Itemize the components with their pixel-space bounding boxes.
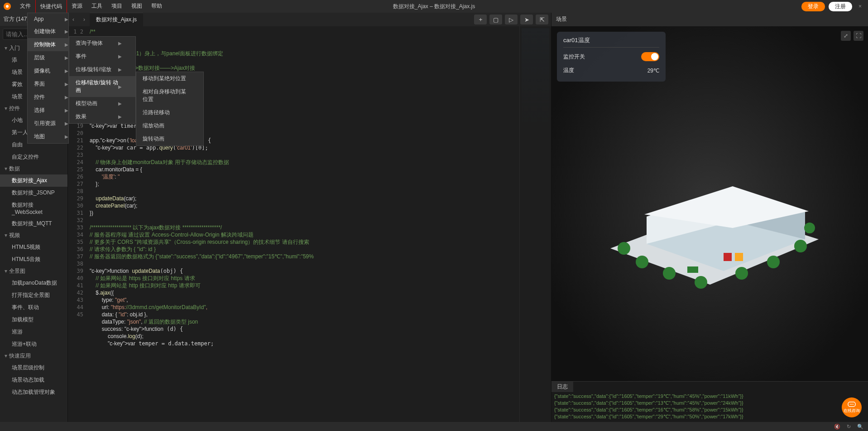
side-item-巡游+联动[interactable]: 巡游+联动 xyxy=(0,338,67,350)
new-button-icon[interactable]: ＋ xyxy=(474,15,487,24)
send-button-icon[interactable]: ➤ xyxy=(520,15,533,24)
side-item-HTML5音频[interactable]: HTML5音频 xyxy=(0,253,67,266)
dropdown-level3: 移动到某绝对位置相对自身移动到某位置沿路径移动缩放动画旋转动画 xyxy=(136,72,204,146)
status-volume-icon[interactable]: 🔇 xyxy=(834,424,840,430)
menu-item-移动到某绝对位置[interactable]: 移动到某绝对位置 xyxy=(136,72,203,85)
menu-项目[interactable]: 项目 xyxy=(107,0,127,14)
save-button-icon[interactable]: ▢ xyxy=(489,15,502,24)
menu-item-位移/旋转/缩放[interactable]: 位移/旋转/缩放▶ xyxy=(69,63,135,76)
scene-header: 场景 xyxy=(551,13,868,26)
svg-point-9 xyxy=(695,276,707,289)
minimap[interactable] xyxy=(519,26,551,422)
run-button-icon[interactable]: ▷ xyxy=(505,15,518,24)
svg-rect-14 xyxy=(724,253,732,261)
menu-快捷代码[interactable]: 快捷代码 xyxy=(35,0,67,14)
monitor-toggle[interactable] xyxy=(641,52,659,61)
side-group-全景图[interactable]: ▾全景图 xyxy=(0,266,67,277)
menu-item-模型动画[interactable]: 模型动画▶ xyxy=(69,97,135,110)
register-button[interactable]: 注册 xyxy=(829,2,852,11)
side-item-动态加载管理对象[interactable]: 动态加载管理对象 xyxy=(0,386,67,398)
dropdown-level1: App▶创建物体▶控制物体▶层级▶摄像机▶界面▶控件▶选择▶引用资源▶地图▶ xyxy=(27,13,69,144)
hud-temp-label: 温度 xyxy=(563,67,574,74)
hud-temp-value: 29℃ xyxy=(647,68,659,74)
menu-item-效果[interactable]: 效果▶ xyxy=(69,110,135,123)
svg-rect-15 xyxy=(735,253,743,261)
menu-视图[interactable]: 视图 xyxy=(127,0,147,14)
menubar: 文件快捷代码资源工具项目视图帮助 数据对接_Ajax – 数据对接_Ajax.j… xyxy=(0,0,868,13)
side-item-巡游[interactable]: 巡游 xyxy=(0,326,67,338)
menu-item-App[interactable]: App▶ xyxy=(28,13,82,25)
svg-point-6 xyxy=(618,242,630,255)
side-item-事件、联动[interactable]: 事件、联动 xyxy=(0,301,67,314)
log-line: {"state":"success","data":{"id":"1605","… xyxy=(554,413,865,420)
side-item-加载模型[interactable]: 加载模型 xyxy=(0,314,67,326)
side-item-数据对接_MQTT[interactable]: 数据对接_MQTT xyxy=(0,218,67,230)
log-line: {"state":"success","data":{"id":"1605","… xyxy=(554,407,865,413)
hud-title: car01温度 xyxy=(563,36,659,44)
side-item-数据对接_Ajax[interactable]: 数据对接_Ajax xyxy=(0,174,67,187)
svg-point-10 xyxy=(735,267,748,280)
menu-item-相对自身移动到某位置[interactable]: 相对自身移动到某位置 xyxy=(136,85,203,106)
expand-icon[interactable]: ⤢ xyxy=(841,31,851,41)
menu-item-地图[interactable]: 地图▶ xyxy=(28,130,82,143)
svg-point-11 xyxy=(767,256,780,268)
log-tab[interactable]: 日志 xyxy=(551,382,573,392)
menu-item-沿路径移动[interactable]: 沿路径移动 xyxy=(136,106,203,119)
side-item-数据对接_JSONP[interactable]: 数据对接_JSONP xyxy=(0,187,67,199)
menu-item-位移/缩放/旋转 动画[interactable]: 位移/缩放/旋转 动画▶ xyxy=(69,76,135,97)
statusbar: 🔇 ↻ 🔍 xyxy=(0,422,868,431)
side-group-快速应用[interactable]: ▾快速应用 xyxy=(0,350,67,362)
side-item-HTML5视频[interactable]: HTML5视频 xyxy=(0,241,67,253)
menu-文件[interactable]: 文件 xyxy=(15,0,35,14)
fullscreen-icon[interactable]: ⛶ xyxy=(854,31,863,41)
menu-item-缩放动画[interactable]: 缩放动画 xyxy=(136,119,203,132)
svg-point-19 xyxy=(851,404,852,405)
window-title: 数据对接_Ajax – 数据对接_Ajax.js xyxy=(393,3,475,10)
svg-point-20 xyxy=(853,404,854,405)
warehouse-graphic xyxy=(592,131,828,294)
share-button-icon[interactable]: ⇱ xyxy=(536,15,548,24)
login-button[interactable]: 登录 xyxy=(801,2,825,11)
status-search-icon[interactable]: 🔍 xyxy=(857,424,863,430)
svg-point-8 xyxy=(663,267,676,280)
menu-资源[interactable]: 资源 xyxy=(67,0,87,14)
svg-point-7 xyxy=(636,256,648,268)
side-group-数据[interactable]: ▾数据 xyxy=(0,163,67,174)
dropdown-level2: 查询子物体▶事件▶位移/旋转/缩放▶位移/缩放/旋转 动画▶模型动画▶效果▶ xyxy=(69,36,136,124)
log-line: {"state":"success","data":{"id":"1605","… xyxy=(554,393,865,400)
svg-point-18 xyxy=(850,404,851,405)
svg-point-0 xyxy=(6,5,9,8)
side-item-加载panoData数据[interactable]: 加载panoData数据 xyxy=(0,277,67,289)
chat-support-button[interactable]: 在线咨询 xyxy=(842,397,862,417)
sidebar-header-label: 官方 (147) xyxy=(4,15,29,23)
side-item-数据对接_WebSocket[interactable]: 数据对接_WebSocket xyxy=(0,199,67,218)
side-item-打开指定全景图[interactable]: 打开指定全景图 xyxy=(0,289,67,301)
menu-帮助[interactable]: 帮助 xyxy=(147,0,167,14)
scene-3d-view[interactable]: car01温度 监控开关 温度 29℃ xyxy=(551,26,868,381)
menu-item-事件[interactable]: 事件▶ xyxy=(69,50,135,63)
menu-工具[interactable]: 工具 xyxy=(87,0,107,14)
svg-rect-16 xyxy=(687,266,698,273)
editor-tab[interactable]: 数据对接_Ajax.js xyxy=(90,13,143,26)
status-refresh-icon[interactable]: ↻ xyxy=(847,424,851,430)
close-icon[interactable]: × xyxy=(856,3,864,10)
log-panel: 日志 {"state":"success","data":{"id":"1605… xyxy=(551,381,868,422)
app-logo-icon xyxy=(4,3,11,10)
side-group-视频[interactable]: ▾视频 xyxy=(0,230,67,241)
chat-label: 在线咨询 xyxy=(844,408,860,414)
scene-panel: 场景 car01温度 监控开关 温度 29℃ xyxy=(551,13,868,422)
log-line: {"state":"success","data":{"id":"1605","… xyxy=(554,400,865,407)
side-item-场景层级控制[interactable]: 场景层级控制 xyxy=(0,362,67,374)
side-item-场景动态加载[interactable]: 场景动态加载 xyxy=(0,374,67,386)
side-item-自定义控件[interactable]: 自定义控件 xyxy=(0,151,67,163)
svg-point-12 xyxy=(794,240,807,252)
hud-panel: car01温度 监控开关 温度 29℃ xyxy=(557,32,666,82)
hud-switch-label: 监控开关 xyxy=(563,53,585,61)
menu-item-查询子物体[interactable]: 查询子物体▶ xyxy=(69,37,135,50)
svg-point-13 xyxy=(804,223,815,233)
menu-item-旋转动画[interactable]: 旋转动画 xyxy=(136,132,203,145)
